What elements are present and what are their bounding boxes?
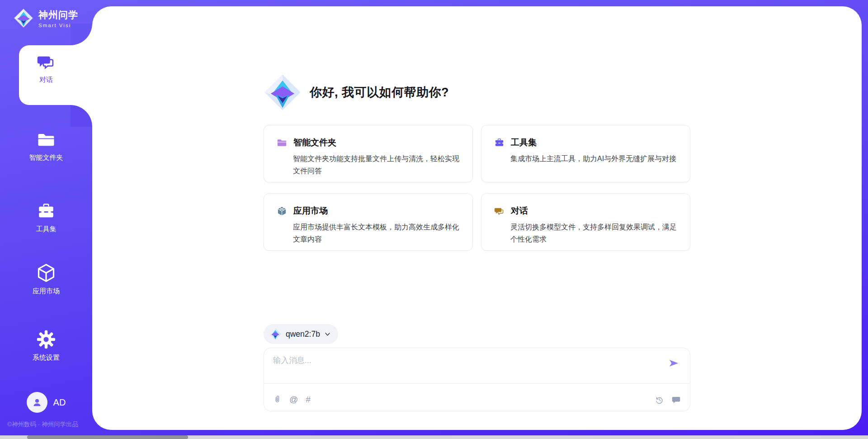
card-toolbox[interactable]: 工具集 集成市场上主流工具，助力AI与外界无缝扩展与对接 xyxy=(481,125,690,182)
user-profile[interactable]: AD xyxy=(0,392,92,413)
notch-curve-top xyxy=(71,24,92,45)
diamond-logo-icon xyxy=(14,8,33,28)
card-title: 对话 xyxy=(511,205,528,217)
card-chat[interactable]: 对话 灵活切换多模型文件，支持多样回复效果调试，满足个性化需求 xyxy=(481,193,690,251)
notch-curve-bottom xyxy=(71,105,92,127)
at-icon[interactable]: @ xyxy=(289,395,298,404)
horizontal-scrollbar-thumb[interactable] xyxy=(27,435,188,439)
hash-icon[interactable]: # xyxy=(306,395,311,404)
sidebar-item-label: 工具集 xyxy=(36,225,57,234)
sidebar-item-label: 智能文件夹 xyxy=(29,153,63,162)
brand-name: 神州问学 xyxy=(38,9,79,21)
message-input[interactable] xyxy=(273,355,657,380)
gear-icon xyxy=(36,329,56,349)
model-name: qwen2:7b xyxy=(286,329,320,339)
sidebar-item-smart-folder[interactable]: 智能文件夹 xyxy=(0,130,92,162)
sidebar-item-label: 对话 xyxy=(39,76,53,84)
chat-icon xyxy=(37,52,56,72)
card-description: 灵活切换多模型文件，支持多样回复效果调试，满足个性化需求 xyxy=(510,221,678,245)
chevron-down-icon xyxy=(324,331,331,338)
send-icon[interactable] xyxy=(668,357,680,369)
card-app-market[interactable]: 应用市场 应用市场提供丰富长文本模板，助力高效生成多样化文章内容 xyxy=(264,193,473,251)
card-title: 智能文件夹 xyxy=(293,137,336,148)
card-description: 应用市场提供丰富长文本模板，助力高效生成多样化文章内容 xyxy=(293,221,461,245)
card-title: 工具集 xyxy=(511,137,537,148)
message-composer: @ # xyxy=(264,348,690,411)
sidebar-item-settings[interactable]: 系统设置 xyxy=(0,329,92,362)
diamond-logo-icon xyxy=(264,73,302,111)
composer-toolbar-left: @ # xyxy=(273,395,311,404)
person-icon xyxy=(31,396,43,408)
content-column: 你好, 我可以如何帮助你? 智能文件夹 智能文件夹功能支持批量文件上传与清洗，轻… xyxy=(264,6,690,430)
sidebar-item-app-market[interactable]: 应用市场 xyxy=(0,263,92,296)
folder-icon xyxy=(37,130,56,149)
paperclip-icon[interactable] xyxy=(273,395,282,404)
composer-toolbar-right xyxy=(655,395,681,405)
greeting-title: 你好, 我可以如何帮助你? xyxy=(310,84,449,100)
toolbox-icon xyxy=(494,138,505,148)
brand: 神州问学 Smart Vision xyxy=(14,8,79,28)
app-root: { "brand": { "name": "神州问学", "subtitle":… xyxy=(0,0,868,439)
card-description: 集成市场上主流工具，助力AI与外界无缝扩展与对接 xyxy=(510,153,678,165)
chat-bubble-icon[interactable] xyxy=(671,395,681,405)
sidebar-item-toolbox[interactable]: 工具集 xyxy=(0,202,92,234)
model-selector[interactable]: qwen2:7b xyxy=(264,324,338,344)
card-title: 应用市场 xyxy=(293,205,328,217)
main-panel: 你好, 我可以如何帮助你? 智能文件夹 智能文件夹功能支持批量文件上传与清洗，轻… xyxy=(92,6,862,430)
horizontal-scrollbar xyxy=(0,435,868,439)
sidebar-item-chat[interactable]: 对话 xyxy=(0,52,92,84)
feature-cards: 智能文件夹 智能文件夹功能支持批量文件上传与清洗，轻松实现文件问答 工具集 集成… xyxy=(264,125,690,251)
sidebar-item-label: 系统设置 xyxy=(33,353,60,362)
composer-divider xyxy=(264,383,690,384)
cube-icon xyxy=(36,263,56,283)
toolbox-icon xyxy=(36,202,56,221)
user-initials: AD xyxy=(53,397,66,408)
greeting: 你好, 我可以如何帮助你? xyxy=(264,73,449,111)
card-smart-folder[interactable]: 智能文件夹 智能文件夹功能支持批量文件上传与清洗，轻松实现文件问答 xyxy=(264,125,473,182)
cube-icon xyxy=(277,206,287,216)
card-description: 智能文件夹功能支持批量文件上传与清洗，轻松实现文件问答 xyxy=(293,153,461,177)
history-icon[interactable] xyxy=(655,395,664,405)
folder-icon xyxy=(277,138,287,148)
avatar xyxy=(27,392,47,413)
sidebar-item-label: 应用市场 xyxy=(33,287,60,296)
diamond-logo-icon xyxy=(269,328,282,340)
sidebar-footer-text: ©神州数码 · 神州问学出品 xyxy=(7,420,78,429)
chat-icon xyxy=(494,206,505,216)
